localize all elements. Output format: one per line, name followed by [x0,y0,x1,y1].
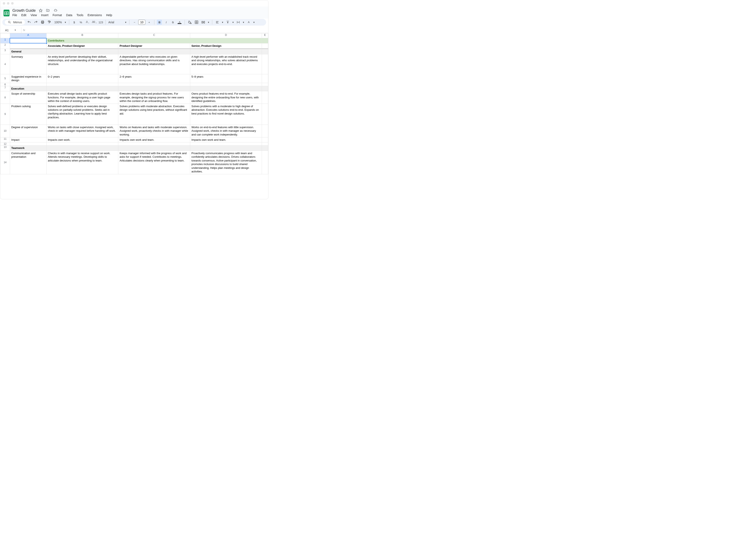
menu-edit[interactable]: Edit [21,14,26,17]
row-header[interactable]: 1 [0,38,10,43]
cell[interactable] [46,49,118,54]
cell[interactable]: Scope of ownership [10,91,46,104]
menu-data[interactable]: Data [66,14,73,17]
font-dropdown-icon[interactable]: ▼ [125,21,127,23]
search-menus[interactable]: Menus [5,20,25,25]
document-title[interactable]: Growth Guide [13,8,36,13]
cell[interactable]: 5–8 years [190,74,262,83]
cell[interactable] [262,151,268,174]
cell-A1[interactable] [10,38,46,43]
cell[interactable] [118,83,190,86]
cell[interactable]: Impact [10,137,46,142]
text-rotation-button[interactable]: A [246,20,251,25]
name-box[interactable]: A1 ▼ [0,28,21,32]
italic-button[interactable]: I [164,20,169,25]
selection-handle-icon[interactable] [46,43,47,44]
cell[interactable] [118,145,190,151]
increase-decimal-button[interactable]: .00→ [92,20,97,25]
more-formats-button[interactable]: 123 [99,20,103,25]
text-wrap-button[interactable] [236,20,241,25]
row-header[interactable]: 6 [0,83,10,86]
row-header[interactable]: 11 [0,137,10,142]
cell[interactable]: Executes small design tasks and specific… [46,91,118,104]
cell[interactable]: Product Designer [118,43,190,49]
cell[interactable] [262,38,268,43]
cell[interactable]: Works on end-to-end features with little… [190,125,262,137]
cell[interactable]: Impacts own work and team. [118,137,190,142]
cell[interactable]: Contributors [46,38,262,43]
cell[interactable] [262,49,268,54]
cell[interactable] [262,74,268,83]
cell[interactable]: 0–2 years [46,74,118,83]
strikethrough-button[interactable]: S [170,20,175,25]
menu-format[interactable]: Format [53,14,62,17]
cell[interactable] [262,83,268,86]
cell[interactable] [190,86,262,91]
cell[interactable] [190,142,262,145]
menu-tools[interactable]: Tools [77,14,83,17]
star-icon[interactable] [39,8,43,13]
decrease-decimal-button[interactable]: .0← [85,20,90,25]
cell[interactable] [262,86,268,91]
menu-extensions[interactable]: Extensions [87,14,102,17]
cell[interactable]: Senior, Product Design [190,43,262,49]
cell[interactable]: Solves problems with moderate abstractio… [118,104,190,125]
cell[interactable]: A dependable performer who executes on g… [118,54,190,74]
cell[interactable] [262,43,268,49]
cell[interactable] [190,49,262,54]
row-header[interactable]: 13 [0,145,10,151]
cell[interactable]: Impacts own work and team. [190,137,262,142]
cell[interactable]: Works on features and tasks with moderat… [118,125,190,137]
cell[interactable] [118,49,190,54]
cell[interactable] [190,83,262,86]
vertical-align-button[interactable] [225,20,230,25]
percent-button[interactable]: % [78,20,83,25]
font-size-decrease-button[interactable]: − [132,20,137,25]
font-size-increase-button[interactable]: + [147,20,151,25]
cell[interactable]: Degree of supervision [10,125,46,137]
menu-file[interactable]: File [13,14,17,17]
cell[interactable]: Keeps manager informed with the progress… [118,151,190,174]
cell[interactable] [262,145,268,151]
cell[interactable] [46,86,118,91]
fill-color-button[interactable] [187,20,192,25]
cell[interactable] [118,142,190,145]
zoom-level[interactable]: 100% [54,21,63,24]
cell[interactable]: General [10,49,46,54]
merge-cells-button[interactable] [201,20,206,25]
cell[interactable]: Solves problems with a moderate to high … [190,104,262,125]
horizontal-align-button[interactable] [215,20,220,25]
cell[interactable]: Teamwork [10,145,46,151]
zoom-dropdown-icon[interactable]: ▼ [64,21,66,23]
valign-dropdown-icon[interactable]: ▼ [232,21,234,23]
font-family-select[interactable]: Arial [108,21,123,24]
text-color-button[interactable]: A [177,20,182,25]
cell[interactable] [262,104,268,125]
cell[interactable]: Impacts own work. [46,137,118,142]
cell[interactable] [10,83,46,86]
row-header[interactable]: 4 [0,54,10,74]
cloud-status-icon[interactable] [53,8,58,13]
font-size-input[interactable] [138,20,145,25]
currency-button[interactable]: $ [72,20,77,25]
cell[interactable] [10,43,46,49]
cell[interactable] [262,137,268,142]
cell[interactable] [10,142,46,145]
cell[interactable]: Works on tasks with close supervision. A… [46,125,118,137]
merge-dropdown-icon[interactable]: ▼ [207,21,209,23]
column-header[interactable]: C [118,33,190,38]
column-header[interactable]: D [190,33,262,38]
undo-button[interactable] [27,20,32,25]
menu-insert[interactable]: Insert [41,14,48,17]
cell[interactable] [118,86,190,91]
select-all-corner[interactable] [0,33,10,38]
row-header[interactable]: 9 [0,104,10,125]
cell[interactable]: Problem solving [10,104,46,125]
cell[interactable]: A high-level performer with an establish… [190,54,262,74]
cell[interactable]: Owns product features end-to-end. For ex… [190,91,262,104]
row-header[interactable]: 2 [0,43,10,49]
column-header[interactable]: A [10,33,46,38]
print-button[interactable] [40,20,45,25]
namebox-dropdown-icon[interactable]: ▼ [14,29,16,31]
cell[interactable]: Proactively communicates progress with t… [190,151,262,174]
